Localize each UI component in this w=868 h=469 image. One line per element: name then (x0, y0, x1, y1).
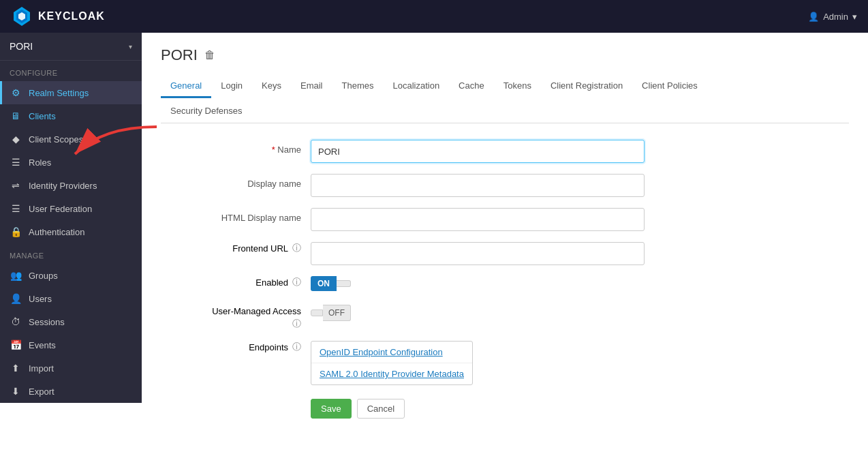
user-managed-access-field-group: User-Managed Access ⓘ OFF (161, 302, 849, 330)
tab-client-registration[interactable]: Client Registration (541, 75, 632, 98)
enabled-label: Enabled (255, 277, 288, 288)
content-area: PORI 🗑 General Login Keys Email Themes L… (142, 33, 868, 469)
frontend-url-label-wrap: Frontend URL ⓘ (161, 242, 311, 254)
name-field-group: Name (161, 140, 849, 163)
realm-selector[interactable]: PORI ▾ (0, 33, 142, 61)
saml-endpoint-link[interactable]: SAML 2.0 Identity Provider Metadata (311, 363, 472, 384)
display-name-field-group: Display name (161, 174, 849, 197)
name-label: Name (161, 140, 311, 155)
clients-icon: 🖥 (10, 110, 22, 121)
top-nav: KEYCLOAK 👤 Admin ▾ (0, 0, 868, 33)
export-icon: ⬇ (10, 386, 22, 397)
sidebar-item-label-realm-settings: Realm Settings (29, 88, 89, 98)
tab-login[interactable]: Login (211, 75, 252, 98)
html-display-name-input[interactable] (311, 208, 645, 231)
endpoints-field-group: Endpoints ⓘ OpenID Endpoint Configuratio… (161, 341, 849, 385)
display-name-input[interactable] (311, 174, 645, 197)
tab-general[interactable]: General (161, 75, 211, 98)
user-managed-access-off-button[interactable]: OFF (323, 305, 351, 321)
keycloak-logo (11, 5, 33, 27)
sidebar-item-authentication[interactable]: 🔒 Authentication (0, 220, 142, 243)
display-name-label: Display name (161, 174, 311, 189)
logo-text: KEYCLOAK (38, 10, 105, 22)
enabled-on-button[interactable]: ON (311, 276, 337, 291)
user-managed-access-off-left[interactable] (311, 309, 323, 316)
sidebar-item-groups[interactable]: 👥 Groups (0, 264, 142, 287)
save-button[interactable]: Save (311, 399, 352, 419)
enabled-info-icon[interactable]: ⓘ (292, 276, 301, 288)
user-managed-access-label: User-Managed Access (212, 306, 301, 316)
sidebar-item-roles[interactable]: ☰ Roles (0, 151, 142, 174)
admin-menu[interactable]: 👤 Admin ▾ (808, 12, 857, 22)
enabled-toggle[interactable]: ON (311, 276, 351, 291)
sidebar-item-user-federation[interactable]: ☰ User Federation (0, 197, 142, 220)
sidebar-item-label-events: Events (29, 340, 56, 350)
openid-endpoint-link[interactable]: OpenID Endpoint Configuration (311, 342, 472, 363)
sidebar-item-label-clients: Clients (29, 111, 56, 121)
endpoints-box: OpenID Endpoint Configuration SAML 2.0 I… (311, 341, 473, 385)
endpoints-label-wrap: Endpoints ⓘ (161, 341, 311, 353)
delete-icon[interactable]: 🗑 (204, 49, 215, 61)
frontend-url-label: Frontend URL (232, 243, 288, 254)
realm-chevron-icon: ▾ (129, 43, 132, 50)
manage-section-label: Manage (0, 243, 142, 264)
admin-label: Admin (823, 12, 848, 22)
tab-localization[interactable]: Localization (383, 75, 449, 98)
sidebar-item-import[interactable]: ⬆ Import (0, 357, 142, 380)
endpoints-info-icon[interactable]: ⓘ (292, 341, 301, 353)
sidebar-item-identity-providers[interactable]: ⇌ Identity Providers (0, 174, 142, 197)
main-layout: PORI ▾ Configure ⚙ Realm Settings 🖥 Clie… (0, 33, 868, 469)
admin-chevron-icon: ▾ (852, 12, 857, 22)
logo-area: KEYCLOAK (11, 5, 105, 27)
page-header: PORI 🗑 (161, 46, 849, 64)
sidebar-item-events[interactable]: 📅 Events (0, 333, 142, 357)
sidebar-item-realm-settings[interactable]: ⚙ Realm Settings (0, 81, 142, 104)
frontend-url-input[interactable] (311, 242, 645, 265)
user-managed-access-info-icon[interactable]: ⓘ (292, 318, 301, 330)
endpoints-label: Endpoints (249, 342, 288, 352)
name-input[interactable] (311, 140, 645, 163)
user-managed-access-toggle[interactable]: OFF (311, 305, 351, 321)
events-icon: 📅 (10, 339, 22, 350)
frontend-url-info-icon[interactable]: ⓘ (292, 242, 301, 254)
sidebar-item-export[interactable]: ⬇ Export (0, 380, 142, 403)
sidebar-item-label-authentication: Authentication (29, 227, 84, 237)
sessions-icon: ⏱ (10, 316, 22, 327)
sidebar-item-label-identity-providers: Identity Providers (29, 181, 97, 191)
tab-keys[interactable]: Keys (252, 75, 291, 98)
configure-section-label: Configure (0, 61, 142, 81)
frontend-url-field-group: Frontend URL ⓘ (161, 242, 849, 265)
groups-icon: 👥 (10, 270, 22, 281)
enabled-label-wrap: Enabled ⓘ (161, 276, 311, 288)
cancel-button[interactable]: Cancel (357, 399, 405, 419)
user-managed-access-label-wrap: User-Managed Access ⓘ (161, 302, 311, 330)
sidebar-item-label-export: Export (29, 387, 55, 397)
tab-tokens[interactable]: Tokens (494, 75, 541, 98)
tab-security-defenses[interactable]: Security Defenses (161, 100, 252, 123)
html-display-name-label: HTML Display name (161, 208, 311, 223)
authentication-icon: 🔒 (10, 226, 22, 237)
roles-icon: ☰ (10, 157, 22, 168)
sidebar-item-label-import: Import (29, 363, 54, 374)
admin-user-icon: 👤 (808, 12, 819, 22)
sidebar-item-label-sessions: Sessions (29, 317, 65, 327)
user-federation-icon: ☰ (10, 203, 22, 214)
sidebar-item-label-user-federation: User Federation (29, 204, 92, 214)
form-buttons: Save Cancel (311, 399, 849, 419)
sidebar-item-users[interactable]: 👤 Users (0, 287, 142, 310)
tab-cache[interactable]: Cache (449, 75, 494, 98)
identity-providers-icon: ⇌ (10, 180, 22, 191)
tab-email[interactable]: Email (291, 75, 332, 98)
sidebar-item-clients[interactable]: 🖥 Clients (0, 104, 142, 127)
sidebar-item-label-roles: Roles (29, 157, 51, 168)
sidebar-item-sessions[interactable]: ⏱ Sessions (0, 310, 142, 333)
sidebar-item-label-groups: Groups (29, 271, 58, 281)
sidebar-item-client-scopes[interactable]: ◆ Client Scopes (0, 127, 142, 151)
sidebar-item-label-client-scopes: Client Scopes (29, 134, 83, 145)
html-display-name-field-group: HTML Display name (161, 208, 849, 231)
tab-client-policies[interactable]: Client Policies (632, 75, 707, 98)
enabled-off-button[interactable] (337, 280, 351, 287)
page-title: PORI (161, 46, 198, 64)
sidebar: PORI ▾ Configure ⚙ Realm Settings 🖥 Clie… (0, 33, 142, 403)
tab-themes[interactable]: Themes (332, 75, 383, 98)
